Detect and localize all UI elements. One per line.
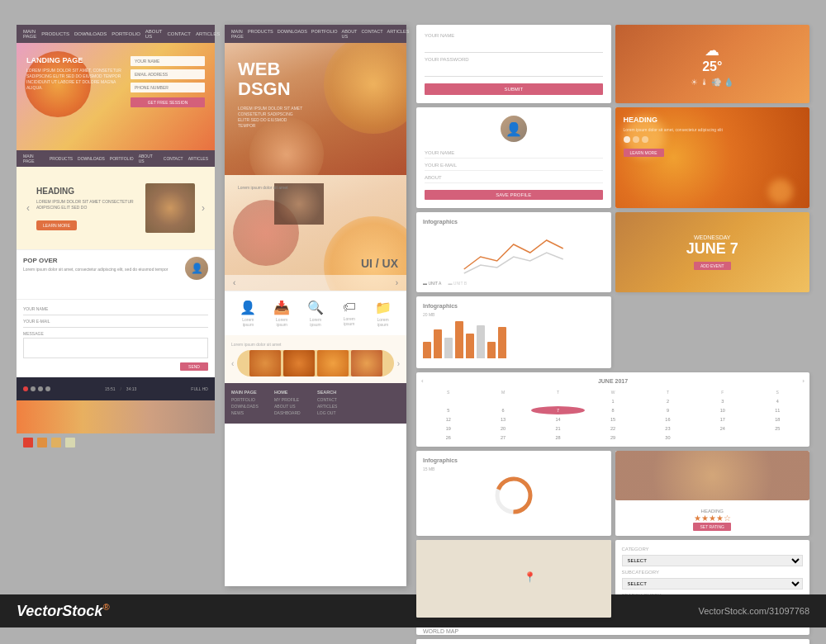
mid-footer-link-logout[interactable]: LOG OUT — [317, 410, 357, 415]
gallery-prev[interactable]: ‹ — [231, 359, 234, 368]
mid-icon-download[interactable]: 📥Lorem ipsum — [272, 300, 292, 327]
nav-item-products[interactable]: PRODUCTS — [41, 31, 69, 36]
map-pin-icon[interactable]: 📍 — [524, 571, 536, 583]
calendar-next-button[interactable]: › — [802, 377, 805, 385]
nav-item-articles[interactable]: ARTICLES — [196, 31, 220, 36]
get-free-session-button[interactable]: GET FREE SESSION — [131, 97, 205, 107]
gallery-next[interactable]: › — [397, 359, 400, 368]
rating-stars[interactable]: ★★★★☆ — [620, 514, 805, 523]
mid-nav-contact[interactable]: CONTACT — [361, 29, 382, 39]
contact-email-input[interactable] — [23, 324, 208, 328]
mid-icon-tag[interactable]: 🏷Lorem ipsum — [339, 300, 359, 327]
search-subcategory-select[interactable]: SELECT — [622, 578, 804, 590]
cal-day-29[interactable]: 29 — [586, 433, 639, 442]
cal-day-1[interactable]: 1 — [586, 397, 639, 405]
contact-message-input[interactable] — [23, 338, 208, 358]
mid-nav-portfolio[interactable]: PORTFOLIO — [311, 29, 338, 39]
mid-nav-main[interactable]: MAIN PAGE — [231, 29, 244, 39]
cal-day-20[interactable]: 20 — [476, 424, 529, 433]
carousel-next-arrow[interactable]: › — [202, 202, 205, 214]
calendar-prev-button[interactable]: ‹ — [421, 377, 424, 385]
cal-day-19[interactable]: 19 — [421, 424, 475, 433]
mid-nav-downloads[interactable]: DOWNLOADS — [278, 29, 307, 39]
cal-day-10[interactable]: 10 — [695, 406, 749, 414]
hero-phone-input[interactable] — [131, 83, 205, 92]
cal-day-22[interactable]: 22 — [586, 424, 639, 433]
login-password-input[interactable] — [425, 66, 603, 77]
cal-day-12[interactable]: 12 — [421, 415, 475, 424]
cal-day-2[interactable]: 2 — [641, 397, 695, 405]
mid-footer-link-downloads[interactable]: DOWNLOADS — [231, 404, 271, 409]
media-dot-gray1[interactable] — [31, 386, 36, 391]
contact-send-button[interactable]: SEND — [180, 362, 208, 371]
nav2-main[interactable]: MAIN PAGE — [23, 154, 45, 163]
mid-prev-btn[interactable]: ‹ — [233, 278, 235, 287]
nav2-contact[interactable]: CONTACT — [164, 156, 183, 161]
media-controls[interactable] — [23, 386, 50, 391]
cal-day-16[interactable]: 16 — [641, 415, 695, 424]
nav-item-portfolio[interactable]: PORTFOLIO — [112, 31, 140, 36]
mid-footer-link-news[interactable]: NEWS — [231, 410, 271, 415]
cal-day-24[interactable]: 24 — [695, 424, 749, 433]
cal-day-5[interactable]: 5 — [421, 406, 475, 414]
nav2-downloads[interactable]: DOWNLOADS — [78, 156, 105, 161]
mid-footer-link-myprofile[interactable]: MY PROFILE — [274, 397, 314, 402]
media-dot-gray3[interactable] — [45, 386, 50, 391]
mid-footer-link-aboutus[interactable]: ABOUT US — [274, 404, 314, 409]
cal-day-23[interactable]: 23 — [641, 424, 695, 433]
mid-icon-person[interactable]: 👤Lorem ipsum — [238, 300, 259, 327]
nav2-articles[interactable]: ARTICLES — [188, 156, 208, 161]
cal-day-21[interactable]: 21 — [531, 424, 585, 433]
cal-day-7[interactable]: 7 — [531, 406, 585, 414]
save-profile-button[interactable]: SAVE PROFILE — [425, 190, 603, 200]
mid-nav-products[interactable]: PRODUCTS — [248, 29, 273, 39]
cal-day-25[interactable]: 25 — [751, 424, 805, 433]
cal-day-8[interactable]: 8 — [586, 406, 639, 414]
login-name-input[interactable] — [425, 42, 603, 53]
carousel-prev-arrow[interactable]: ‹ — [26, 202, 30, 214]
set-rating-button[interactable]: SET RATING — [693, 523, 731, 531]
nav2-about[interactable]: ABOUT US — [139, 154, 159, 163]
cal-day-9[interactable]: 9 — [641, 406, 695, 414]
learn-more-button[interactable]: LEARN MORE — [36, 220, 77, 230]
nav-item-about[interactable]: ABOUT US — [145, 29, 163, 39]
cal-day-3[interactable]: 3 — [695, 397, 749, 405]
cal-day-15[interactable]: 15 — [586, 415, 639, 424]
heading-learn-more-button[interactable]: LEARN MORE — [624, 149, 664, 157]
cal-day-26[interactable]: 26 — [421, 433, 475, 442]
mid-footer-link-contact[interactable]: CONTACT — [317, 397, 357, 402]
contact-name-input[interactable] — [23, 311, 208, 315]
nav2-products[interactable]: PRODUCTS — [50, 156, 73, 161]
mid-next-btn[interactable]: › — [396, 278, 398, 287]
login-submit-button[interactable]: SUBMIT — [425, 83, 603, 95]
hero-name-input[interactable] — [131, 56, 205, 66]
hero-email-input[interactable] — [131, 69, 205, 79]
mid-icon-search[interactable]: 🔍Lorem ipsum — [306, 300, 326, 327]
cal-day-6[interactable]: 6 — [476, 406, 529, 414]
cal-day-4[interactable]: 4 — [751, 397, 805, 405]
mid-footer-link-articles[interactable]: ARTICLES — [317, 404, 357, 409]
nav-item-downloads[interactable]: DOWNLOADS — [74, 31, 107, 36]
cal-day-14[interactable]: 14 — [531, 415, 585, 424]
swatch-yellow[interactable] — [51, 438, 61, 447]
cal-day-13[interactable]: 13 — [476, 415, 529, 424]
mid-nav-about[interactable]: ABOUT US — [342, 29, 358, 39]
cal-day-30[interactable]: 30 — [641, 433, 695, 442]
cal-day-28[interactable]: 28 — [531, 433, 585, 442]
cal-day-17[interactable]: 17 — [695, 415, 749, 424]
mid-nav-articles[interactable]: ARTICLES — [387, 29, 410, 39]
cal-day-27[interactable]: 27 — [476, 433, 529, 442]
add-event-button[interactable]: ADD EVENT — [694, 262, 731, 270]
nav-item-contact[interactable]: CONTACT — [167, 31, 191, 36]
nav2-portfolio[interactable]: PORTFOLIO — [110, 156, 134, 161]
mid-footer-link-portfolio[interactable]: PORTFOLIO — [231, 397, 271, 402]
cal-day-11[interactable]: 11 — [751, 406, 805, 414]
swatch-light[interactable] — [65, 438, 75, 447]
swatch-orange[interactable] — [37, 438, 47, 447]
media-dot-red[interactable] — [23, 386, 28, 391]
media-dot-gray2[interactable] — [38, 386, 43, 391]
mid-icon-folder[interactable]: 📁Lorem ipsum — [373, 300, 393, 327]
mid-footer-link-dashboard[interactable]: DASHBOARD — [274, 410, 314, 415]
search-category-select[interactable]: SELECT — [622, 555, 804, 566]
cal-day-18[interactable]: 18 — [751, 415, 805, 424]
